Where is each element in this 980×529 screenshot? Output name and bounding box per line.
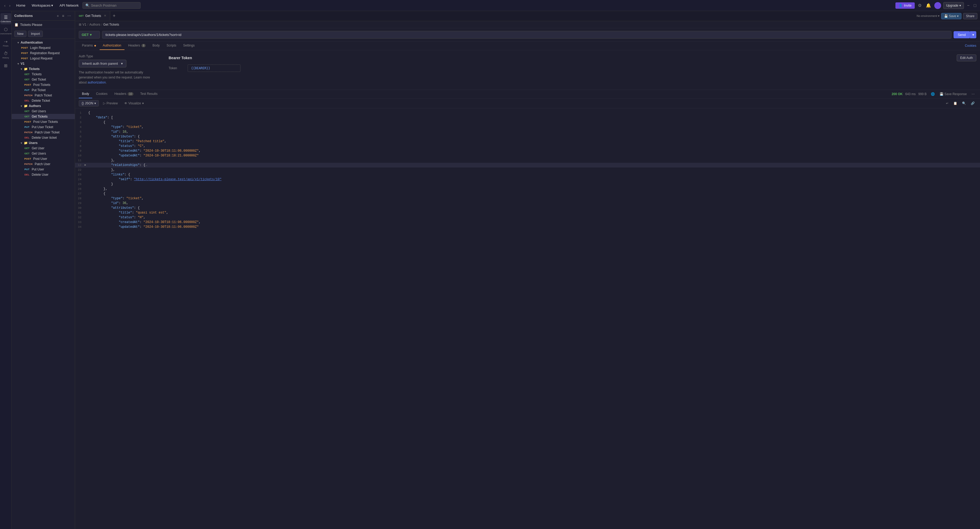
users-header[interactable]: ▼ 📁 Users (12, 140, 75, 146)
back-button[interactable]: ‹ (3, 2, 7, 9)
auth-type-select[interactable]: Inherit auth from parent ▾ (79, 60, 126, 67)
tab-method-badge: GET (79, 14, 84, 17)
send-options-button[interactable]: ▾ (970, 31, 976, 38)
tree-item-registration[interactable]: POST Registration Request (12, 51, 75, 56)
edit-auth-button[interactable]: Edit Auth (957, 54, 976, 61)
tree-item-patch-user[interactable]: PATCH Patch User (12, 162, 75, 167)
copy-response-button[interactable]: 📋 (952, 101, 959, 106)
api-network-button[interactable]: API Network (57, 2, 81, 8)
more-options-button[interactable]: ⋯ (66, 13, 72, 19)
tab-body[interactable]: Body (150, 41, 163, 50)
close-tab-icon[interactable]: ✕ (104, 14, 106, 17)
content-area: GET Get Tickets ✕ + No environment ▾ 💾 S… (75, 11, 980, 529)
more-actions-button[interactable]: ⋯ (970, 91, 976, 97)
resp-tab-test-results[interactable]: Test Results (137, 90, 161, 98)
add-tab-button[interactable]: + (110, 13, 118, 19)
code-line: 27 { (75, 191, 980, 196)
tree-item-post-user-tickets[interactable]: POST Post User Tickets (12, 119, 75, 124)
send-button[interactable]: Send (954, 31, 970, 38)
method-del-badge: DEL (23, 99, 31, 102)
tree-item-get-user[interactable]: GET Get User (12, 146, 75, 151)
history-icon: ⏱ (4, 51, 8, 56)
visualize-button[interactable]: 👁 Visualize ▾ (122, 100, 146, 106)
tab-get-tickets[interactable]: GET Get Tickets ✕ (75, 11, 110, 21)
share-button[interactable]: Share (963, 13, 977, 19)
item-label: Post User (33, 157, 47, 160)
tree-item-get-users[interactable]: GET Get Users (12, 109, 75, 114)
new-button[interactable]: New (14, 31, 26, 37)
resp-tab-body[interactable]: Body (79, 90, 92, 98)
method-select[interactable]: GET ▾ (79, 31, 100, 38)
tab-scripts[interactable]: Scripts (163, 41, 180, 50)
maximize-button[interactable]: □ (973, 2, 977, 9)
preview-button[interactable]: ▷ Preview (101, 100, 120, 106)
item-label: Get Tickets (32, 115, 48, 118)
sidebar-item-collections[interactable]: ☰ Collections (0, 13, 11, 24)
authors-header[interactable]: ▼ 📁 Authors (12, 103, 75, 109)
sidebar-item-history[interactable]: ⏱ History (0, 50, 11, 60)
resp-tab-headers[interactable]: Headers 10 (111, 90, 137, 98)
save-button[interactable]: 💾 Save ▾ (941, 13, 961, 19)
tree-item-patch-ticket[interactable]: PATCH Patch Ticket (12, 93, 75, 98)
cookies-link[interactable]: Cookies (965, 44, 976, 48)
authentication-section: ▼ Authentication POST Login Request POST… (12, 40, 75, 61)
tab-params[interactable]: Params (79, 41, 99, 50)
tree-item-post-user[interactable]: POST Post User (12, 156, 75, 162)
upgrade-button[interactable]: Upgrade ▾ (943, 2, 964, 9)
chevron-down-icon: ▾ (94, 102, 96, 105)
tree-item-delete-user-ticket[interactable]: DEL Delete User ticket (12, 135, 75, 140)
forward-button[interactable]: › (8, 2, 12, 9)
tab-headers[interactable]: Headers 8 (125, 41, 149, 50)
minimize-button[interactable]: − (966, 2, 970, 9)
tree-item-get-tickets-active[interactable]: GET Get Tickets (12, 114, 75, 119)
tab-authorization[interactable]: Authorization (100, 41, 124, 50)
environment-selector[interactable]: No environment ▾ (916, 14, 940, 18)
breadcrumb-v1[interactable]: V1 (83, 23, 86, 26)
format-select[interactable]: {} JSON ▾ (79, 100, 99, 106)
tab-settings[interactable]: Settings (180, 41, 198, 50)
tree-item-get-users-2[interactable]: GET Get Users (12, 151, 75, 156)
home-link[interactable]: Home (14, 2, 27, 8)
search-response-button[interactable]: 🔍 (961, 101, 967, 106)
play-icon: ▷ (103, 102, 105, 105)
resp-tab-cookies[interactable]: Cookies (93, 90, 110, 98)
url-input[interactable] (102, 31, 951, 38)
tree-item-put-user[interactable]: PUT Put User (12, 167, 75, 172)
tree-item-logout[interactable]: POST Logout Request (12, 56, 75, 61)
item-label: Delete User ticket (32, 136, 57, 140)
add-collection-button[interactable]: + (56, 13, 60, 19)
authentication-header[interactable]: ▼ Authentication (12, 40, 75, 45)
auth-left: Auth Type Inherit auth from parent ▾ The… (79, 54, 158, 85)
tree-item-get-tickets[interactable]: GET Tickets (12, 71, 75, 77)
import-button[interactable]: Import (28, 31, 43, 37)
tree-item-put-user-ticket[interactable]: PUT Put User Ticket (12, 124, 75, 130)
v1-header[interactable]: ▼ V1 (12, 61, 75, 66)
tree-item-delete-ticket[interactable]: DEL Delete Ticket (12, 98, 75, 103)
sidebar-item-flows[interactable]: ⇢ Flows (0, 38, 11, 49)
wrap-lines-button[interactable]: ↵ (944, 101, 950, 106)
settings-button[interactable]: ⚙ (917, 2, 923, 9)
tree-item-post-tickets[interactable]: POST Post Tickets (12, 82, 75, 87)
save-response-button[interactable]: 💾 Save Response (938, 91, 968, 97)
filter-button[interactable]: ≡ (61, 13, 65, 19)
authorization-link[interactable]: authorization (88, 81, 106, 84)
invite-button[interactable]: 👤 Invite (896, 2, 915, 9)
status-ok: 200 OK (892, 92, 902, 96)
tree-item-get-ticket[interactable]: GET Get Ticket (12, 77, 75, 82)
sidebar-item-environments[interactable]: ⬡ Environments (0, 25, 11, 37)
breadcrumb-authors[interactable]: Authors (89, 23, 100, 26)
code-line: 28 "type": "ticket", (75, 196, 980, 201)
notifications-button[interactable]: 🔔 (925, 2, 932, 9)
tree-item-delete-user[interactable]: DEL Delete User (12, 172, 75, 177)
globe-icon-button[interactable]: 🌐 (929, 91, 936, 97)
sidebar-item-explorer[interactable]: ⊞ (0, 62, 11, 70)
tree-item-login[interactable]: POST Login Request (12, 45, 75, 51)
search-bar[interactable]: 🔍 Search Postman (83, 2, 141, 9)
token-value[interactable]: {{BEARER}} (188, 65, 240, 72)
tab-bar: GET Get Tickets ✕ + No environment ▾ 💾 S… (75, 11, 980, 21)
tickets-header[interactable]: ▼ 📁 Tickets (12, 66, 75, 71)
workspaces-button[interactable]: Workspaces ▾ (30, 2, 55, 8)
tree-item-put-ticket[interactable]: PUT Put Ticket (12, 87, 75, 93)
tree-item-patch-user-ticket[interactable]: PATCH Patch User Ticket (12, 130, 75, 135)
link-response-button[interactable]: 🔗 (969, 101, 976, 106)
